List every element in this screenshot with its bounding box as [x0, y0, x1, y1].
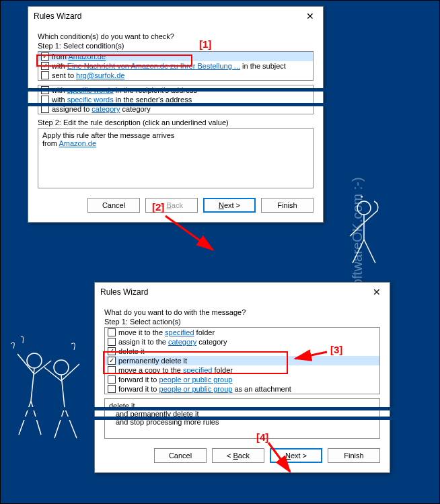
- annotation-2: [2]: [152, 201, 164, 213]
- titlebar[interactable]: Rules Wizard ✕: [28, 7, 323, 26]
- desc-line: and permanently delete it: [109, 410, 375, 418]
- link-recipient[interactable]: hrg@surfok.de: [76, 71, 124, 79]
- link-words[interactable]: specific words: [67, 96, 114, 104]
- checkbox-icon[interactable]: [108, 347, 116, 355]
- button-row: Cancel < Back Next > Finish: [38, 195, 314, 213]
- checkbox-icon[interactable]: [41, 86, 49, 94]
- label: from Amazon.de: [52, 52, 106, 61]
- label: forward it to people or public group: [118, 375, 232, 384]
- condition-row[interactable]: with specific words in the sender's addr…: [38, 95, 313, 104]
- desc-line: Apply this rule after the message arrive…: [42, 131, 309, 139]
- link-category[interactable]: category: [91, 105, 120, 113]
- svg-text:?: ?: [359, 196, 365, 199]
- action-row-forward-attach[interactable]: forward it to people or public group as …: [105, 384, 379, 394]
- link-words[interactable]: specific words: [67, 86, 114, 94]
- next-button[interactable]: Next >: [270, 448, 322, 463]
- conditions-listbox-2[interactable]: with specific words in the recipient's a…: [38, 85, 314, 114]
- svg-point-3: [54, 360, 69, 375]
- cancel-button[interactable]: Cancel: [87, 198, 140, 213]
- link-subject[interactable]: Eine Nachricht von Amazon.de zu Ihrer Be…: [67, 62, 240, 70]
- rule-description-box[interactable]: Apply this rule after the message arrive…: [38, 128, 314, 188]
- action-row-movecopy[interactable]: move a copy to the specified folder: [105, 365, 379, 375]
- link-folder[interactable]: specified: [165, 328, 194, 336]
- actions-listbox[interactable]: move it to the specified folder assign i…: [104, 327, 380, 394]
- checkbox-icon[interactable]: [108, 385, 116, 393]
- link-people[interactable]: people or public group: [159, 375, 233, 384]
- checkbox-icon[interactable]: [41, 105, 49, 113]
- checkbox-icon[interactable]: [41, 62, 49, 70]
- condition-row[interactable]: with specific words in the recipient's a…: [38, 85, 313, 95]
- step2-label: Step 2: Edit the rule description (click…: [38, 118, 314, 127]
- condition-row-sentto[interactable]: sent to hrg@surfok.de: [38, 71, 313, 80]
- close-icon[interactable]: ✕: [300, 11, 320, 22]
- label: with specific words in the sender's addr…: [52, 96, 192, 104]
- link-category[interactable]: category: [168, 338, 196, 346]
- checkbox-icon[interactable]: [108, 366, 116, 374]
- checkbox-icon[interactable]: [41, 71, 49, 79]
- rule-description-box[interactable]: delete it and permanently delete it and …: [104, 398, 380, 439]
- step1-label: Step 1: Select condition(s): [38, 42, 314, 50]
- question-text: Which condition(s) do you want to check?: [38, 32, 314, 40]
- label: with Eine Nachricht von Amazon.de zu Ihr…: [52, 62, 286, 70]
- close-icon[interactable]: ✕: [367, 287, 387, 297]
- link-sender[interactable]: Amazon.de: [59, 139, 96, 147]
- checkbox-icon[interactable]: [108, 357, 116, 365]
- label: delete it: [118, 347, 145, 355]
- desc-line: delete it: [109, 402, 375, 410]
- action-row-forward[interactable]: forward it to people or public group: [105, 375, 379, 384]
- finish-button[interactable]: Finish: [261, 198, 314, 213]
- checkbox-icon[interactable]: [108, 338, 116, 346]
- rules-wizard-dialog-actions: Rules Wizard ✕ What do you want to do wi…: [94, 282, 390, 473]
- action-row-move[interactable]: move it to the specified folder: [105, 328, 379, 337]
- annotation-4: [4]: [256, 431, 268, 443]
- dialog-title: Rules Wizard: [34, 11, 81, 21]
- checkbox-icon[interactable]: [108, 328, 116, 336]
- label: permanently delete it: [118, 357, 187, 365]
- svg-point-0: [357, 201, 371, 215]
- dialog-title: Rules Wizard: [100, 287, 148, 297]
- rules-wizard-dialog-conditions: Rules Wizard ✕ Which condition(s) do you…: [28, 6, 324, 223]
- label: move a copy to the specified folder: [118, 366, 233, 374]
- checkbox-icon[interactable]: [108, 375, 116, 384]
- link-folder[interactable]: specified: [183, 366, 212, 374]
- back-button[interactable]: < Back: [212, 448, 264, 463]
- label: sent to hrg@surfok.de: [52, 71, 124, 79]
- action-row-perm-delete[interactable]: permanently delete it: [105, 356, 379, 365]
- condition-row-subject[interactable]: with Eine Nachricht von Amazon.de zu Ihr…: [38, 61, 313, 71]
- link-sender[interactable]: Amazon.de: [68, 52, 106, 61]
- annotation-1: [1]: [199, 38, 211, 50]
- condition-row-from[interactable]: from Amazon.de: [38, 52, 313, 61]
- condition-row[interactable]: assigned to category category: [38, 104, 313, 114]
- finish-button[interactable]: Finish: [328, 448, 380, 463]
- annotation-3: [3]: [330, 344, 342, 355]
- step1-label: Step 1: Select action(s): [104, 318, 380, 326]
- label: forward it to people or public group as …: [118, 385, 291, 393]
- checkbox-icon[interactable]: [41, 96, 49, 104]
- figure-dancing: [4, 334, 91, 448]
- label: move it to the specified folder: [118, 328, 215, 336]
- figure-thinking: ?: [340, 196, 388, 270]
- conditions-listbox[interactable]: from Amazon.de with Eine Nachricht von A…: [38, 51, 314, 81]
- desc-line: from Amazon.de: [42, 139, 309, 147]
- link-people[interactable]: people or public group: [159, 385, 233, 393]
- label: with specific words in the recipient's a…: [52, 86, 197, 94]
- label: assigned to category category: [52, 105, 151, 113]
- next-button[interactable]: Next >: [203, 198, 256, 213]
- cancel-button[interactable]: Cancel: [154, 448, 207, 463]
- question-text: What do you want to do with the message?: [104, 308, 380, 316]
- checkbox-icon[interactable]: [41, 52, 49, 61]
- titlebar[interactable]: Rules Wizard ✕: [95, 283, 390, 301]
- svg-point-2: [27, 353, 42, 368]
- label: assign it to the category category: [118, 338, 227, 346]
- button-row: Cancel < Back Next > Finish: [104, 445, 380, 463]
- desc-line: and stop processing more rules: [109, 418, 375, 426]
